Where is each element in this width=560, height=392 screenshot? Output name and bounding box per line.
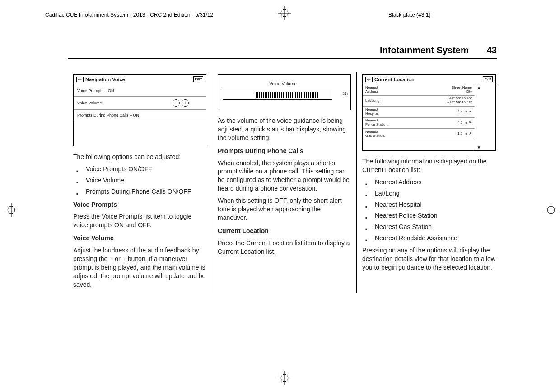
volume-minus-button: − [173,99,180,107]
list-item: Nearest Police Station [362,211,496,220]
body-text: When enabled, the system plays a shorter… [218,159,351,193]
content-area: ⇦ Navigation Voice EXIT Voice Prompts – … [68,72,501,293]
scroll-bar: ▲ ▼ [476,84,482,150]
back-arrow-icon: ⇦ [76,77,84,82]
nav-row-label: Voice Volume [77,100,102,106]
direction-icon: ↖ [469,121,472,125]
loc-value: 1.7 mi↗ [457,132,472,136]
loc-label: Lat/Long: [365,99,380,103]
subheading-voice-volume: Voice Volume [73,234,206,243]
doc-header-plate: Black plate (43,1) [388,12,430,18]
volume-plus-button: + [182,99,189,107]
body-text: Adjust the loudness of the audio feedbac… [73,246,206,289]
loc-label: NearestAddress: [365,86,380,94]
loc-label: NearestPolice Station: [365,119,388,127]
body-text: Press the Current Location list item to … [218,239,351,256]
column-1: ⇦ Navigation Voice EXIT Voice Prompts – … [68,72,212,293]
figure-title: Navigation Voice [85,76,125,83]
body-text: Pressing on any of the options will disp… [362,246,496,272]
list-item: Lat/Long [362,189,496,198]
list-item: Voice Prompts ON/OFF [73,165,206,173]
body-text: Press the Voice Prompts list item to tog… [73,212,206,229]
list-item: Nearest Roadside Assistance [362,234,496,243]
loc-row-latlong: Lat/Long: +42° 38' 23.49"−82° 59' 16.43" [363,96,475,107]
subheading-prompts-calls: Prompts During Phone Calls [218,147,351,155]
options-list: Voice Prompts ON/OFF Voice Volume Prompt… [73,165,206,196]
loc-value: Street NameCity [452,86,472,94]
section-title: Infotainment System [380,45,469,56]
column-2: Voice Volume 35 As the volume of the voi… [212,72,357,293]
body-text: As the volume of the voice guidance is b… [218,117,351,142]
list-item: Nearest Hospital [362,201,496,209]
list-item: Voice Volume [73,176,206,185]
nav-row-voice-volume: Voice Volume − + [74,97,206,110]
loc-row-police: NearestPolice Station: 4.7 mi↖ [363,118,475,129]
exit-button: EXIT [193,76,203,82]
column-3: ⇦ Current Location EXIT NearestAddress: … [357,72,501,293]
list-item: Prompts During Phone Calls ON/OFF [73,187,206,196]
scroll-up-icon: ▲ [476,84,482,91]
direction-icon: ↙ [469,109,472,113]
loc-label: NearestGas Station: [365,130,385,138]
scroll-down-icon: ▼ [476,145,482,151]
page-number: 43 [487,45,497,56]
figure-current-location: ⇦ Current Location EXIT NearestAddress: … [362,74,496,151]
figure-voice-volume-bar: Voice Volume 35 [218,74,351,110]
body-text: The following options can be adjusted: [73,153,206,161]
figure-title: Current Location [374,76,415,83]
body-text: When this setting is OFF, only the short… [218,196,351,222]
location-info-list: Nearest Address Lat/Long Nearest Hospita… [362,178,496,243]
crop-mark-left-icon [5,203,18,217]
page-header: Infotainment System 43 [68,45,497,59]
crop-mark-bottom-icon [278,371,291,385]
exit-button: EXIT [483,76,493,82]
loc-value: 4.7 mi↖ [457,121,472,125]
list-item: Nearest Address [362,178,496,187]
loc-row-gas: NearestGas Station: 1.7 mi↗ [363,129,475,140]
loc-row-hospital: NearestHospital: 2.4 mi↙ [363,107,475,118]
volume-bar-value: 35 [343,91,348,97]
subheading-current-location: Current Location [218,227,351,235]
loc-row-address: NearestAddress: Street NameCity [363,84,475,96]
doc-header-left: Cadillac CUE Infotainment System - 2013 … [45,12,213,18]
nav-row-prompts-calls: Prompts During Phone Calls – ON [74,110,206,121]
loc-label: NearestHospital: [365,108,379,116]
figure-navigation-voice: ⇦ Navigation Voice EXIT Voice Prompts – … [73,74,206,146]
nav-row-voice-prompts: Voice Prompts – ON [74,85,206,97]
subheading-voice-prompts: Voice Prompts [73,201,206,209]
list-item: Nearest Gas Station [362,223,496,231]
crop-mark-top-icon [278,6,291,20]
crop-mark-right-icon [544,203,558,217]
volume-bar-track [223,90,332,100]
volume-bar-label: Voice Volume [223,81,343,87]
volume-bar-fill [256,92,319,98]
loc-value: +42° 38' 23.49"−82° 59' 16.43" [448,97,472,105]
loc-value: 2.4 mi↙ [457,110,472,114]
body-text: The following information is displayed o… [362,157,496,174]
back-arrow-icon: ⇦ [365,77,373,82]
direction-icon: ↗ [469,131,472,135]
